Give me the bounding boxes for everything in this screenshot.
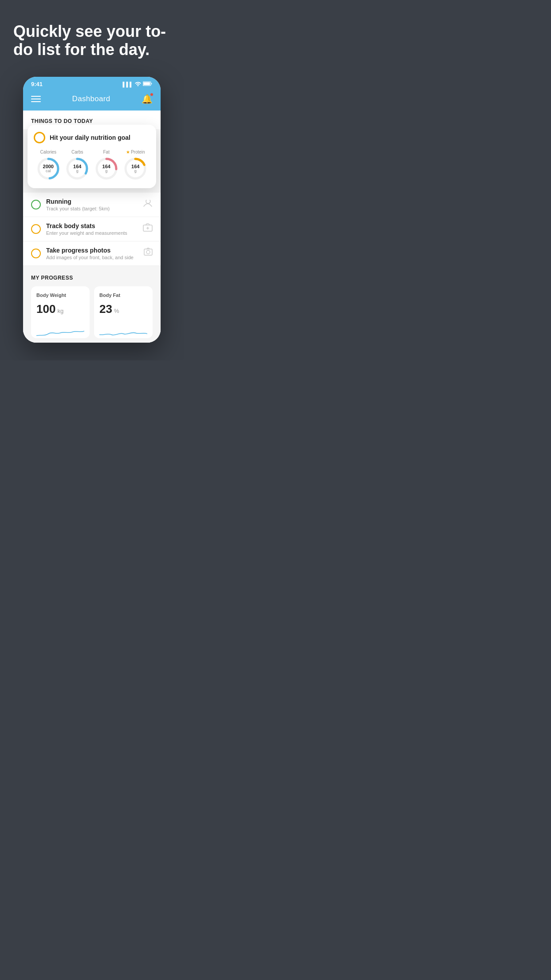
- nutrition-check-circle[interactable]: [34, 132, 45, 143]
- progress-section-title: MY PROGRESS: [31, 275, 153, 281]
- photo-icon: [144, 248, 153, 259]
- fat-item: Fat 164 g: [94, 150, 119, 181]
- status-icons: ▌▌▌: [123, 81, 153, 87]
- progress-photos-subtitle: Add images of your front, back, and side: [46, 255, 138, 260]
- fat-unit: g: [102, 169, 110, 174]
- body-stats-check[interactable]: [31, 224, 41, 234]
- calories-item: Calories 2000 cal: [36, 150, 61, 181]
- running-subtitle: Track your stats (target: 5km): [46, 206, 138, 211]
- notification-button[interactable]: 🔔: [142, 94, 153, 104]
- hero-title: Quickly see your to-do list for the day.: [13, 22, 170, 59]
- body-stats-subtitle: Enter your weight and measurements: [46, 230, 138, 236]
- section-title: THINGS TO DO TODAY: [31, 118, 93, 124]
- svg-rect-1: [143, 82, 150, 85]
- todo-item-running[interactable]: Running Track your stats (target: 5km): [23, 193, 161, 217]
- body-weight-value-row: 100 kg: [36, 302, 84, 316]
- nav-bar: Dashboard 🔔: [23, 90, 161, 111]
- progress-section: MY PROGRESS Body Weight 100 kg: [23, 266, 161, 343]
- body-stats-text: Track body stats Enter your weight and m…: [46, 222, 138, 236]
- body-weight-label: Body Weight: [36, 292, 84, 298]
- calories-donut: 2000 cal: [36, 156, 61, 181]
- body-fat-label: Body Fat: [99, 292, 147, 298]
- body-fat-unit: %: [114, 308, 119, 314]
- progress-cards: Body Weight 100 kg: [31, 286, 153, 338]
- body-stats-title: Track body stats: [46, 222, 138, 229]
- star-icon: ★: [126, 150, 130, 154]
- signal-icon: ▌▌▌: [123, 82, 133, 87]
- body-weight-card: Body Weight 100 kg: [31, 286, 90, 338]
- body-weight-value: 100: [36, 302, 55, 316]
- body-fat-value: 23: [99, 302, 112, 316]
- phone-content: THINGS TO DO TODAY Hit your daily nutrit…: [23, 111, 161, 343]
- todo-item-body-stats[interactable]: Track body stats Enter your weight and m…: [23, 217, 161, 241]
- todo-item-progress-photos[interactable]: Take progress photos Add images of your …: [23, 241, 161, 266]
- body-fat-chart: [99, 322, 147, 338]
- carbs-unit: g: [73, 169, 81, 174]
- menu-button[interactable]: [31, 96, 41, 102]
- battery-icon: [143, 81, 153, 87]
- progress-photos-title: Take progress photos: [46, 247, 138, 254]
- phone-frame: 9:41 ▌▌▌: [23, 77, 161, 343]
- body-weight-unit: kg: [57, 308, 63, 314]
- running-title: Running: [46, 198, 138, 205]
- body-weight-chart: [36, 322, 84, 338]
- hero-section: Quickly see your to-do list for the day.: [0, 0, 184, 72]
- carbs-item: Carbs 164 g: [65, 150, 90, 181]
- notification-dot: [150, 93, 153, 96]
- calories-label: Calories: [40, 150, 56, 154]
- protein-label: ★ Protein: [126, 150, 145, 154]
- body-fat-value-row: 23 %: [99, 302, 147, 316]
- svg-rect-13: [144, 249, 152, 255]
- running-text: Running Track your stats (target: 5km): [46, 198, 138, 211]
- fat-label: Fat: [103, 150, 110, 154]
- protein-unit: g: [131, 169, 139, 174]
- progress-photos-text: Take progress photos Add images of your …: [46, 247, 138, 260]
- nutrition-circles: Calories 2000 cal: [34, 150, 150, 181]
- running-check[interactable]: [31, 200, 41, 209]
- nav-title: Dashboard: [72, 95, 110, 103]
- fat-donut: 164 g: [94, 156, 119, 181]
- page-wrapper: Quickly see your to-do list for the day.…: [0, 0, 184, 360]
- body-fat-card: Body Fat 23 %: [94, 286, 153, 338]
- status-bar: 9:41 ▌▌▌: [23, 77, 161, 90]
- svg-point-14: [146, 250, 150, 254]
- scale-icon: [143, 223, 153, 234]
- todo-list: Running Track your stats (target: 5km): [23, 193, 161, 266]
- nutrition-card-title: Hit your daily nutrition goal: [50, 134, 130, 141]
- wifi-icon: [135, 81, 141, 87]
- running-icon: [143, 199, 153, 209]
- carbs-donut: 164 g: [65, 156, 90, 181]
- protein-item: ★ Protein 164 g: [123, 150, 148, 181]
- nutrition-card-header: Hit your daily nutrition goal: [34, 132, 150, 143]
- carbs-label: Carbs: [71, 150, 83, 154]
- nutrition-card: Hit your daily nutrition goal Calories: [28, 125, 156, 188]
- status-time: 9:41: [31, 81, 43, 87]
- progress-photos-check[interactable]: [31, 249, 41, 258]
- protein-donut: 164 g: [123, 156, 148, 181]
- calories-unit: cal: [43, 169, 54, 174]
